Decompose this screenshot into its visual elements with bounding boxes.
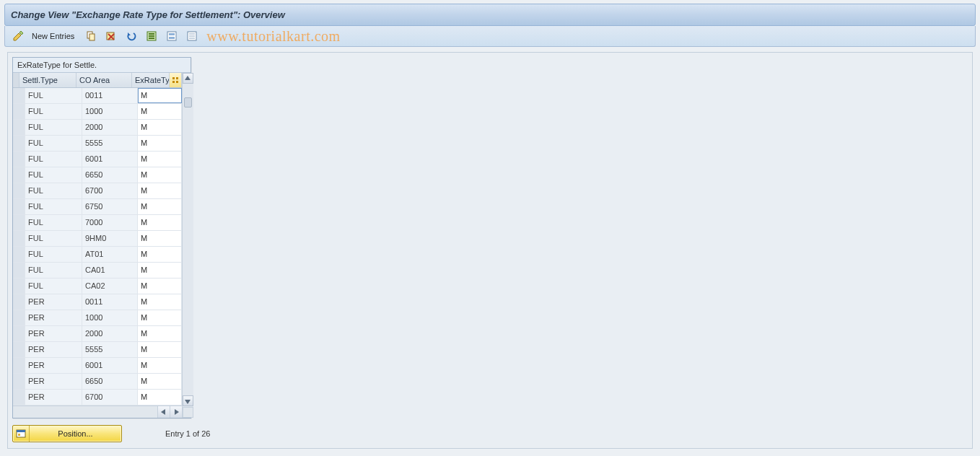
row-selector[interactable] bbox=[13, 374, 25, 389]
table-row: FUL6700M bbox=[13, 183, 182, 199]
grid-header-settl-type[interactable]: Settl.Type bbox=[19, 73, 76, 87]
grid-vertical-scroll bbox=[182, 73, 193, 418]
grid-header-selector[interactable] bbox=[13, 73, 19, 87]
row-selector[interactable] bbox=[13, 152, 25, 167]
vscroll-thumb[interactable] bbox=[184, 97, 192, 108]
grid-header-ex-rate-type[interactable]: ExRateType bbox=[132, 73, 182, 87]
undo-button[interactable] bbox=[123, 28, 140, 44]
triangle-right-icon bbox=[173, 409, 179, 415]
deselect-all-icon bbox=[186, 30, 198, 42]
table-row: FUL6001M bbox=[13, 152, 182, 167]
cell-ex-rate-type[interactable]: M bbox=[138, 374, 182, 389]
cell-ex-rate-type[interactable]: M bbox=[138, 120, 182, 135]
row-selector[interactable] bbox=[13, 120, 25, 135]
row-selector[interactable] bbox=[13, 88, 25, 103]
cell-ex-rate-type[interactable]: M bbox=[138, 247, 182, 262]
select-block-button[interactable] bbox=[163, 28, 180, 44]
select-all-button[interactable] bbox=[143, 28, 160, 44]
pencil-toggle-icon bbox=[12, 30, 24, 42]
new-entries-button[interactable]: New Entries bbox=[30, 28, 79, 44]
cell-ex-rate-type[interactable]: M bbox=[138, 199, 182, 214]
undo-icon bbox=[126, 30, 137, 42]
cell-ex-rate-type[interactable]: M bbox=[138, 342, 182, 357]
cell-ex-rate-type[interactable]: M bbox=[138, 310, 182, 325]
table-row: FUL6650M bbox=[13, 167, 182, 183]
cell-ex-rate-type[interactable]: M bbox=[138, 136, 182, 151]
cell-co-area: 2000 bbox=[82, 120, 138, 135]
cell-ex-rate-type[interactable]: M bbox=[138, 231, 182, 246]
toolbar: New Entries bbox=[4, 26, 976, 47]
row-selector[interactable] bbox=[13, 136, 25, 151]
row-selector[interactable] bbox=[13, 247, 25, 262]
row-selector[interactable] bbox=[13, 358, 25, 373]
vscroll-up-button[interactable] bbox=[183, 73, 193, 84]
cell-settl-type: PER bbox=[25, 390, 82, 405]
hscroll-track[interactable] bbox=[13, 406, 157, 418]
row-selector[interactable] bbox=[13, 104, 25, 119]
cell-ex-rate-type[interactable]: M bbox=[138, 104, 182, 119]
cell-ex-rate-type[interactable]: M bbox=[138, 152, 182, 167]
cell-ex-rate-type[interactable]: M bbox=[138, 358, 182, 373]
cell-ex-rate-type[interactable]: M bbox=[138, 167, 182, 183]
table-settings-button[interactable] bbox=[169, 73, 181, 87]
row-selector[interactable] bbox=[13, 326, 25, 341]
cell-settl-type: PER bbox=[25, 358, 82, 373]
copy-as-button[interactable] bbox=[82, 28, 100, 44]
row-selector[interactable] bbox=[13, 310, 25, 325]
triangle-down-icon bbox=[185, 398, 191, 404]
cell-ex-rate-type[interactable]: M bbox=[138, 183, 182, 198]
cell-ex-rate-type[interactable]: M bbox=[138, 215, 182, 230]
cell-settl-type: FUL bbox=[25, 279, 82, 294]
cell-ex-rate-type[interactable]: M bbox=[138, 326, 182, 341]
cell-settl-type: PER bbox=[25, 326, 82, 341]
hscroll-left-button[interactable] bbox=[157, 406, 170, 418]
svg-rect-18 bbox=[176, 77, 178, 79]
triangle-up-icon bbox=[185, 76, 191, 82]
row-selector[interactable] bbox=[13, 231, 25, 246]
row-selector[interactable] bbox=[13, 342, 25, 357]
cell-settl-type: FUL bbox=[25, 88, 82, 103]
table-row: FUL9HM0M bbox=[13, 231, 182, 247]
svg-rect-23 bbox=[18, 434, 20, 436]
row-selector[interactable] bbox=[13, 215, 25, 230]
grid-header-co-area[interactable]: CO Area bbox=[76, 73, 132, 87]
toggle-change-button[interactable] bbox=[9, 28, 27, 44]
position-button[interactable]: Position... bbox=[12, 425, 122, 442]
cell-co-area: CA01 bbox=[82, 263, 138, 278]
row-selector[interactable] bbox=[13, 199, 25, 214]
grid-frame: ExRateType for Settle. Settl.Type CO Are… bbox=[12, 57, 191, 418]
cell-ex-rate-type[interactable]: M bbox=[138, 263, 182, 278]
row-selector[interactable] bbox=[13, 263, 25, 278]
row-selector[interactable] bbox=[13, 167, 25, 183]
cell-co-area: 6001 bbox=[82, 152, 138, 167]
table-row: PER2000M bbox=[13, 326, 182, 342]
table-row: PER0011M bbox=[13, 294, 182, 310]
cell-ex-rate-type[interactable]: M bbox=[138, 88, 182, 103]
cell-ex-rate-type[interactable]: M bbox=[138, 390, 182, 405]
row-selector[interactable] bbox=[13, 183, 25, 198]
cell-ex-rate-type[interactable]: M bbox=[138, 294, 182, 310]
svg-rect-8 bbox=[149, 38, 154, 39]
copy-documents-icon bbox=[85, 30, 97, 42]
vscroll-down-button[interactable] bbox=[183, 395, 193, 406]
cell-settl-type: FUL bbox=[25, 199, 82, 214]
row-selector[interactable] bbox=[13, 390, 25, 405]
cell-settl-type: FUL bbox=[25, 247, 82, 262]
hscroll-right-button[interactable] bbox=[170, 406, 182, 418]
cell-co-area: 0011 bbox=[82, 294, 138, 310]
table-row: FUL1000M bbox=[13, 104, 182, 120]
cell-ex-rate-type[interactable]: M bbox=[138, 279, 182, 294]
svg-rect-9 bbox=[167, 32, 176, 40]
cell-co-area: 7000 bbox=[82, 215, 138, 230]
row-selector[interactable] bbox=[13, 279, 25, 294]
table-row: PER6650M bbox=[13, 374, 182, 390]
cell-settl-type: PER bbox=[25, 310, 82, 325]
delete-button[interactable] bbox=[102, 28, 120, 44]
cell-co-area: 5555 bbox=[82, 342, 138, 357]
table-config-icon bbox=[172, 76, 179, 84]
svg-rect-17 bbox=[172, 77, 175, 79]
row-selector[interactable] bbox=[13, 294, 25, 310]
svg-rect-7 bbox=[149, 35, 154, 37]
deselect-all-button[interactable] bbox=[183, 28, 201, 44]
cell-co-area: 6700 bbox=[82, 183, 138, 198]
